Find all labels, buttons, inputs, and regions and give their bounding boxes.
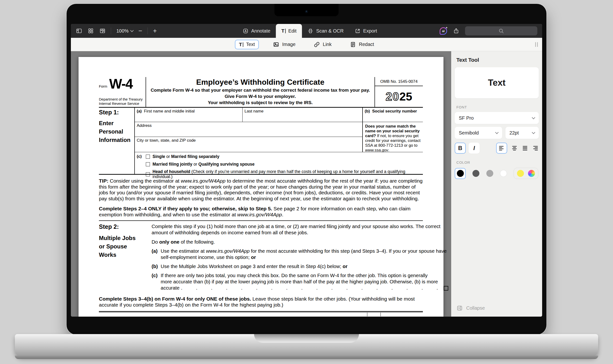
form-header-right: OMB No. 1545-0074 2025 [375,77,423,107]
bold-button[interactable]: B [455,143,466,154]
step2-label-cell: Step 2: Multiple Jobs or Spouse Works [99,223,152,291]
align-right-icon [533,146,539,151]
camera-notch [274,4,339,16]
color-section-label: COLOR [455,160,539,164]
sidebar-toggle-icon[interactable] [76,28,82,34]
color-gray-swatch[interactable] [486,170,493,177]
department-lines: Department of the Treasury Internal Reve… [99,97,144,106]
edit-text-icon: T [281,28,286,34]
ssn-field[interactable]: (b) Social security number [362,108,423,122]
form-header: Form W-4 Department of the Treasury Inte… [99,77,423,108]
steps-3-4b-paragraph: Complete Steps 3–4(b) on Form W-4 for on… [99,296,423,308]
two-page-view-icon[interactable] [99,28,106,34]
step2-paragraph-2: Do only one of the following. [152,239,448,245]
collapse-icon [456,305,463,311]
lid-lift-notch [254,334,359,343]
zoom-level-dropdown[interactable]: 100% [116,28,133,34]
svg-text:A: A [244,29,247,33]
align-justify-button[interactable] [523,146,528,151]
section-divider [99,221,423,221]
content-area: Form W-4 Department of the Treasury Inte… [71,51,542,317]
thumbnails-grid-icon[interactable] [87,28,94,34]
camera-dot [305,10,308,13]
step2-item-a: (a) Use the estimator at www.irs.gov/W4A… [152,248,448,260]
font-weight-select[interactable]: Semibold [455,127,502,139]
text-tool-panel: Text Tool Text FONT SF Pro Semibold [451,51,542,317]
text-style-preview[interactable]: Text [455,67,539,98]
toolbar-divider [147,27,148,34]
scanner-icon [307,28,313,34]
export-icon [355,28,361,34]
font-size-select[interactable]: 22pt [506,127,539,139]
option-single: Single or Married filing separately [146,154,422,159]
text-tool-button[interactable]: T Text [235,40,259,49]
ssa-note: Does your name match the name on your so… [362,122,423,152]
ai-assistant-icon[interactable]: ai ✦ [440,27,447,35]
form-subtitle-2: Give Form W-4 to your employer. [149,93,371,99]
zoom-level-value: 100% [116,28,129,34]
color-yellow-swatch[interactable] [517,170,524,177]
font-weight-size-row: Semibold 22pt [455,124,539,139]
align-left-icon [499,146,505,151]
toolbar-divider [111,27,111,34]
color-extra-group [514,168,538,179]
laptop-base [15,334,598,357]
form-header-left: Form W-4 Department of the Treasury Inte… [99,77,146,107]
color-dark-gray-swatch[interactable] [472,170,480,177]
first-name-field[interactable]: (a) First name and middle initial [134,108,242,122]
color-white-swatch[interactable] [500,170,507,177]
align-right-button[interactable] [533,146,539,151]
checkbox-single[interactable] [146,155,150,159]
align-center-button[interactable] [512,146,518,151]
share-icon[interactable] [453,28,459,34]
tab-edit[interactable]: T Edit [276,24,302,38]
edit-subtoolbar: T Text Image Link Redact [71,38,542,51]
panel-title: Text Tool [455,57,539,63]
pdf-page: Form W-4 Department of the Treasury Inte… [79,57,443,317]
tip-paragraph: TIP: Consider using the estimator at www… [99,178,423,202]
checkbox-married-jointly[interactable] [146,162,150,166]
zoom-in-button[interactable]: + [153,28,157,34]
image-icon [273,41,279,48]
font-family-select[interactable]: SF Pro [455,112,539,124]
color-black-swatch[interactable] [455,168,466,179]
step2-paragraph-1: Complete this step if you (1) hold more … [152,223,448,236]
option-head-of-household: Head of household (Check only if you’re … [146,169,422,179]
link-tool-button[interactable]: Link [310,39,336,50]
collapse-panel-button[interactable]: Collapse [456,305,485,311]
panel-resize-handle[interactable] [535,42,538,47]
sparkle-icon: ✦ [445,26,448,29]
filing-status-options: (c) Single or Married filing separately … [134,152,423,174]
filing-status-list: Single or Married filing separately Marr… [146,154,422,174]
step2-item-b: (b) Use the Multiple Jobs Worksheet on p… [152,263,448,270]
address-field[interactable]: Address [134,122,362,137]
toolbar-left-group: 100% − + [76,27,157,34]
tab-export[interactable]: Export [349,24,383,38]
city-field[interactable]: City or town, state, and ZIP code [134,137,362,152]
form-header-center: Employee’s Withholding Certificate Compl… [146,77,375,107]
image-tool-button[interactable]: Image [269,39,300,50]
italic-button[interactable]: I [469,143,480,154]
annotate-icon: A [242,28,249,34]
color-wheel-swatch[interactable] [528,170,535,177]
checkbox-two-jobs[interactable] [444,286,448,290]
color-swatches [455,168,539,179]
format-row: B I [455,143,539,154]
steps-2-4-paragraph: Complete Steps 2–4 ONLY if they apply to… [99,206,423,218]
search-icon [498,28,504,34]
form-year: 2025 [375,86,423,107]
app-window: 100% − + A Annotate T Edit [71,24,542,317]
tab-annotate[interactable]: A Annotate [237,24,276,38]
search-input[interactable] [465,26,537,35]
align-left-button[interactable] [496,143,507,154]
desktop-background: 100% − + A Annotate T Edit [0,0,613,364]
form-word: Form [99,84,107,90]
clipped-next-row [99,312,423,316]
tab-scan-ocr[interactable]: Scan & OCR [302,24,349,38]
checkbox-head-of-household[interactable] [146,172,150,176]
redact-tool-button[interactable]: Redact [346,39,378,50]
zoom-out-button[interactable]: − [138,28,142,34]
form-subtitle-3: Your withholding is subject to review by… [149,100,371,105]
last-name-field[interactable]: Last name [242,108,362,122]
document-canvas: Form W-4 Department of the Treasury Inte… [71,51,451,317]
